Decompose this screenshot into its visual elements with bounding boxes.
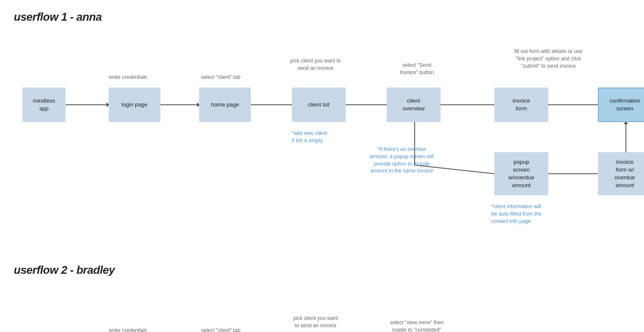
annotation-autofill: *client information willbe auto-filled f… [491,203,578,225]
annotation-view-more: select "view more" thentoggle to "comple… [380,319,453,332]
annotation-client-tab-1: select "client" tab [195,74,247,81]
node-mindless-app: mindlessapp [22,88,66,122]
annotation-credentials-1: enter credentials [100,74,156,81]
annotation-overdue: *if there's an overdueamount, a popup sc… [354,146,449,175]
userflow2-section: userflow 2 - bradley enter credentials s… [14,263,630,332]
node-invoice-form-overdue: invoiceform w/overdueamount [598,152,644,195]
userflow1-title: userflow 1 - anna [14,10,630,24]
node-client-list: client list [292,88,346,122]
node-login-page: login page [109,88,160,122]
userflow2-flow: enter credentials select "client" tab pi… [14,289,630,332]
annotation-credentials-2: enter credentials [100,327,156,332]
node-confirmation-screen: confirmationscreen [598,88,644,122]
node-home-page: home page [199,88,251,122]
node-client-overview: clientoverview [387,88,441,122]
annotation-pick-client-1: pick client you want tosend an invoice [281,57,350,72]
node-invoice-form: invoiceform [494,88,548,122]
annotation-send-invoice: select "SendInvoice" button [389,62,445,76]
annotation-client-tab-2: select "client" tab [195,327,247,332]
userflow1-flow: enter credentials select "client" tab pi… [14,36,630,243]
userflow1-section: userflow 1 - anna [14,10,630,243]
userflow2-title: userflow 2 - bradley [14,263,630,277]
annotation-add-client-1: *add new clientif list is empty [292,130,356,144]
annotation-fill-form: fill out form with details or use"link p… [488,48,609,69]
node-popup-screen: popupscreenw/overdueamount [494,152,548,195]
annotation-pick-client-2: pick client you wantto send an invoice [281,315,350,329]
